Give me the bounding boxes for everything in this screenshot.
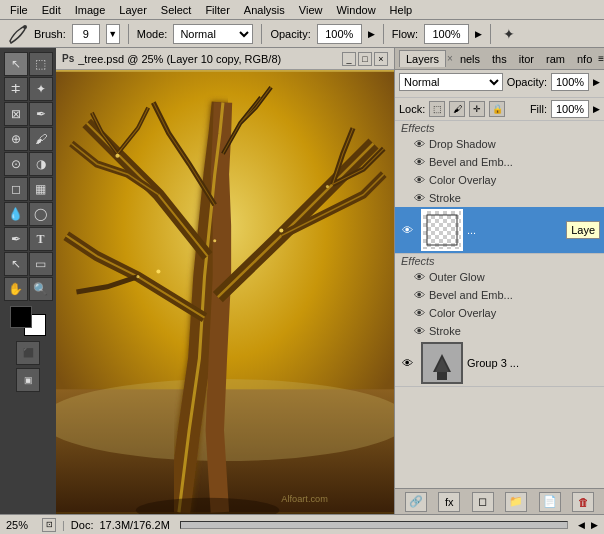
lock-transparent-pixels[interactable]: ⬚ [429,101,445,117]
color-swatches [10,306,46,336]
screen-mode[interactable]: ▣ [16,368,40,392]
mode-select[interactable]: Normal [173,24,253,44]
hand-tool[interactable]: ✋ [4,277,28,301]
scroll-bar-h[interactable] [180,521,568,529]
add-style-btn[interactable]: fx [438,492,460,512]
link-layers-btn[interactable]: 🔗 [405,492,427,512]
add-mask-btn[interactable]: ◻ [472,492,494,512]
tab-history[interactable]: itor [513,51,540,67]
selection-tool[interactable]: ⬚ [29,52,53,76]
svg-point-0 [23,25,27,29]
canvas-close[interactable]: × [374,52,388,66]
quick-mask-mode[interactable]: ⬛ [16,341,40,365]
healing-tool[interactable]: ⊕ [4,127,28,151]
scroll-left-btn[interactable]: ◀ [578,520,585,530]
tab-paths[interactable]: ths [486,51,513,67]
menu-select[interactable]: Select [155,0,198,19]
tab-info[interactable]: nfo [571,51,598,67]
tab-actions[interactable]: ram [540,51,571,67]
lock-position[interactable]: ✛ [469,101,485,117]
effect-color-overlay[interactable]: 👁 Color Overlay [395,304,604,322]
menu-edit[interactable]: Edit [36,0,67,19]
opacity-arrow[interactable]: ▶ [368,29,375,39]
shape-tool[interactable]: ▭ [29,252,53,276]
move-tool[interactable]: ↖ [4,52,28,76]
menu-help[interactable]: Help [384,0,419,19]
fill-stepper[interactable]: ▶ [593,104,600,114]
eraser-tool[interactable]: ◻ [4,177,28,201]
new-layer-btn[interactable]: 📄 [539,492,561,512]
layer-visibility-eye-group3[interactable]: 👁 [399,355,415,371]
history-tool[interactable]: ◑ [29,152,53,176]
layer-visibility-eye[interactable]: 👁 [399,222,415,238]
panel-tabs: Layers × nels ths itor ram nfo ≡ [395,48,604,70]
blend-mode-select[interactable]: Normal [399,73,503,91]
effect-drop-shadow[interactable]: 👁 Drop Shadow [395,135,604,153]
scroll-right-btn[interactable]: ▶ [591,520,598,530]
canvas-restore[interactable]: □ [358,52,372,66]
effect-outer-glow[interactable]: 👁 Outer Glow [395,268,604,286]
menu-view[interactable]: View [293,0,329,19]
effect-eye-stroke-above[interactable]: 👁 [411,190,427,206]
effect-bevel-emboss[interactable]: 👁 Bevel and Emb... [395,286,604,304]
effect-eye-drop-shadow[interactable]: 👁 [411,136,427,152]
blur-tool[interactable]: 💧 [4,202,28,226]
effect-eye-color-overlay[interactable]: 👁 [411,305,427,321]
panel-menu-btn[interactable]: ≡ [598,53,604,64]
fill-value[interactable] [551,100,589,118]
brush-preset-picker[interactable]: ▼ [106,24,120,44]
flow-input[interactable] [424,24,469,44]
airbrush-icon[interactable]: ✦ [499,24,519,44]
lock-all[interactable]: 🔒 [489,101,505,117]
clone-tool[interactable]: ⊙ [4,152,28,176]
text-tool[interactable]: T [29,227,53,251]
tab-channels[interactable]: nels [454,51,486,67]
effect-eye-stroke[interactable]: 👁 [411,323,427,339]
brush-tool-icon [6,23,28,45]
eyedropper-tool[interactable]: ✒ [29,102,53,126]
layer-item-group3[interactable]: 👁 Group 3 ... [395,340,604,387]
lock-image-pixels[interactable]: 🖌 [449,101,465,117]
dodge-tool[interactable]: ◯ [29,202,53,226]
opacity-input[interactable] [317,24,362,44]
menu-layer[interactable]: Layer [113,0,153,19]
effect-stroke[interactable]: 👁 Stroke [395,322,604,340]
menu-analysis[interactable]: Analysis [238,0,291,19]
menu-window[interactable]: Window [330,0,381,19]
canvas-titlebar: Ps _tree.psd @ 25% (Layer 10 copy, RGB/8… [56,48,394,70]
crop-tool[interactable]: ⊠ [4,102,28,126]
lasso-tool[interactable]: ⵐ [4,77,28,101]
gradient-tool[interactable]: ▦ [29,177,53,201]
ps-badge: Ps [62,53,74,64]
zoom-tool[interactable]: 🔍 [29,277,53,301]
opacity-stepper[interactable]: ▶ [593,77,600,87]
effect-eye-outer-glow[interactable]: 👁 [411,269,427,285]
menu-file[interactable]: File [4,0,34,19]
new-group-btn[interactable]: 📁 [505,492,527,512]
foreground-color-swatch[interactable] [10,306,32,328]
path-selection-tool[interactable]: ↖ [4,252,28,276]
effect-color-overlay-above[interactable]: 👁 Color Overlay [395,171,604,189]
effect-eye-bevel-above[interactable]: 👁 [411,154,427,170]
brush-tool[interactable]: 🖌 [29,127,53,151]
canvas-minimize[interactable]: _ [342,52,356,66]
zoom-fit-btn[interactable]: ⊡ [42,518,56,532]
effect-eye-color-above[interactable]: 👁 [411,172,427,188]
opacity-value[interactable] [551,73,589,91]
effect-eye-bevel-emboss[interactable]: 👁 [411,287,427,303]
effect-stroke-above[interactable]: 👁 Stroke [395,189,604,207]
flow-arrow[interactable]: ▶ [475,29,482,39]
tab-layers[interactable]: Layers [399,50,446,67]
menu-bar: File Edit Image Layer Select Filter Anal… [0,0,604,20]
magic-wand-tool[interactable]: ✦ [29,77,53,101]
pen-tool[interactable]: ✒ [4,227,28,251]
effect-bevel-emboss-above[interactable]: 👁 Bevel and Emb... [395,153,604,171]
layer-item-selected[interactable]: 👁 ... fx Laye [395,207,604,254]
svg-point-6 [213,239,216,242]
effects-label-selected: Effects [401,255,435,267]
delete-layer-btn[interactable]: 🗑 [572,492,594,512]
menu-image[interactable]: Image [69,0,112,19]
brush-size-input[interactable] [72,24,100,44]
menu-filter[interactable]: Filter [199,0,235,19]
lock-row: Lock: ⬚ 🖌 ✛ 🔒 Fill: ▶ [395,98,604,121]
